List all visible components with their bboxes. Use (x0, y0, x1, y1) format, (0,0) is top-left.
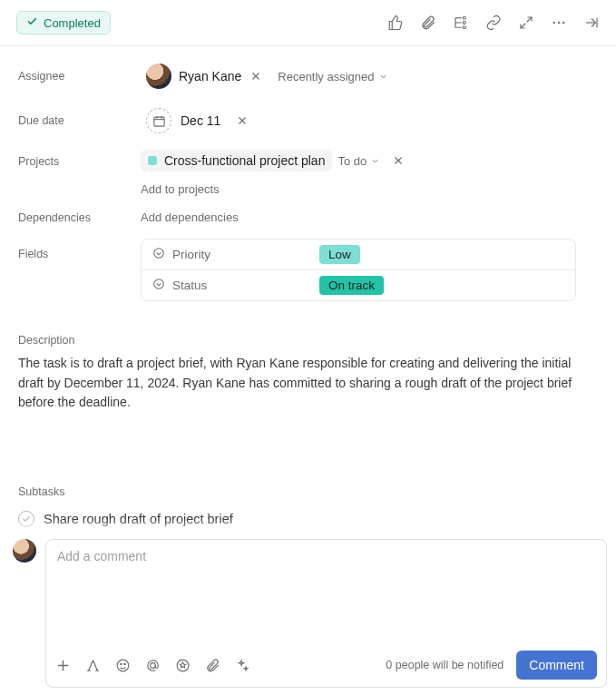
subtask-check-icon[interactable] (18, 511, 34, 527)
attachment-icon[interactable] (420, 15, 436, 31)
project-name: Cross-functional project plan (164, 153, 325, 168)
fullscreen-icon[interactable] (518, 15, 534, 31)
notify-text[interactable]: 0 people will be notified (386, 659, 504, 671)
description-text[interactable]: The task is to draft a project brief, wi… (18, 354, 598, 413)
comment-box: Add a comment (45, 539, 607, 688)
add-dependencies-button[interactable]: Add dependencies (141, 210, 239, 224)
subtask-icon[interactable] (453, 15, 469, 31)
due-date-label: Due date (18, 114, 141, 127)
due-date-chip[interactable]: Dec 11 (141, 106, 226, 135)
svg-point-5 (562, 22, 564, 24)
status-label: Status (172, 279, 207, 292)
completed-label: Completed (44, 16, 101, 30)
comment-toolbar: 0 people will be notified Comment (46, 643, 606, 687)
comment-input[interactable]: Add a comment (46, 540, 606, 643)
assignee-label: Assignee (18, 70, 141, 83)
close-panel-icon[interactable] (583, 15, 600, 31)
svg-point-2 (463, 26, 465, 29)
remove-due-date-button[interactable] (233, 112, 251, 130)
plus-icon[interactable] (55, 658, 71, 673)
project-column-label: To do (337, 154, 367, 168)
link-icon[interactable] (485, 15, 502, 31)
topbar-actions (387, 15, 600, 31)
subtasks-heading: Subtasks (18, 485, 598, 498)
project-column-dropdown[interactable]: To do (337, 154, 380, 168)
status-field-value[interactable]: On track (314, 270, 575, 300)
dependencies-row: Dependencies Add dependencies (18, 203, 598, 231)
project-chip[interactable]: Cross-functional project plan (141, 150, 332, 171)
calendar-icon (146, 108, 171, 133)
assignee-chip[interactable]: Ryan Kane (141, 61, 247, 92)
svg-point-10 (121, 663, 122, 664)
description-heading: Description (18, 334, 598, 347)
svg-point-7 (154, 249, 164, 259)
add-to-projects-button[interactable]: Add to projects (141, 182, 407, 196)
more-icon[interactable] (551, 15, 567, 31)
chevron-down-icon (378, 72, 388, 82)
completed-button[interactable]: Completed (16, 11, 111, 34)
status-field-row: Status On track (142, 270, 575, 300)
projects-row: Projects Cross-functional project plan T… (18, 142, 598, 203)
ai-sparkle-icon[interactable] (235, 658, 250, 673)
comment-button[interactable]: Comment (516, 651, 597, 680)
avatar (146, 64, 171, 89)
remove-project-button[interactable] (389, 152, 407, 170)
remove-assignee-button[interactable] (247, 67, 265, 85)
avatar (13, 539, 36, 563)
emoji-icon[interactable] (115, 658, 131, 673)
projects-label: Projects (18, 150, 141, 168)
comment-toolbar-left (55, 658, 250, 673)
custom-fields-row: Fields Priority Low Status (18, 231, 598, 308)
check-icon (26, 15, 38, 30)
due-date-row: Due date Dec 11 (18, 99, 598, 142)
fields-label: Fields (18, 239, 141, 260)
svg-point-12 (151, 662, 156, 668)
svg-rect-6 (153, 117, 163, 126)
task-body: Assignee Ryan Kane Recently assigned Due… (0, 46, 616, 533)
svg-point-9 (117, 660, 129, 671)
priority-field-key: Priority (142, 240, 314, 269)
priority-label: Priority (172, 248, 210, 261)
attachment-icon[interactable] (205, 658, 220, 673)
dropdown-field-icon (152, 247, 165, 262)
svg-point-3 (553, 22, 555, 24)
dropdown-field-icon (152, 278, 165, 293)
svg-point-8 (154, 279, 164, 289)
comment-area: Add a comment (0, 532, 616, 695)
custom-fields-table: Priority Low Status On track (141, 239, 576, 301)
dependencies-label: Dependencies (18, 211, 141, 224)
priority-field-row: Priority Low (142, 240, 575, 270)
assignee-name: Ryan Kane (179, 69, 241, 83)
recently-assigned-label: Recently assigned (278, 70, 374, 83)
like-icon[interactable] (387, 15, 404, 31)
project-color-dot (148, 156, 157, 165)
priority-pill: Low (319, 245, 360, 264)
subtask-title: Share rough draft of project brief (44, 512, 233, 526)
chevron-down-icon (370, 156, 380, 166)
mention-icon[interactable] (145, 658, 161, 673)
text-format-icon[interactable] (85, 658, 101, 673)
svg-point-4 (558, 22, 560, 24)
status-field-key: Status (142, 270, 314, 300)
comment-toolbar-right: 0 people will be notified Comment (386, 651, 597, 680)
subtask-row[interactable]: Share rough draft of project brief (18, 505, 598, 533)
status-pill: On track (319, 276, 384, 295)
recently-assigned-dropdown[interactable]: Recently assigned (278, 70, 387, 83)
svg-point-0 (463, 16, 465, 19)
star-icon[interactable] (175, 658, 191, 673)
topbar: Completed (0, 0, 616, 46)
svg-point-11 (124, 663, 125, 664)
priority-field-value[interactable]: Low (314, 240, 575, 269)
assignee-row: Assignee Ryan Kane Recently assigned (18, 54, 598, 99)
svg-point-1 (463, 22, 465, 24)
due-date-text: Dec 11 (181, 113, 220, 128)
